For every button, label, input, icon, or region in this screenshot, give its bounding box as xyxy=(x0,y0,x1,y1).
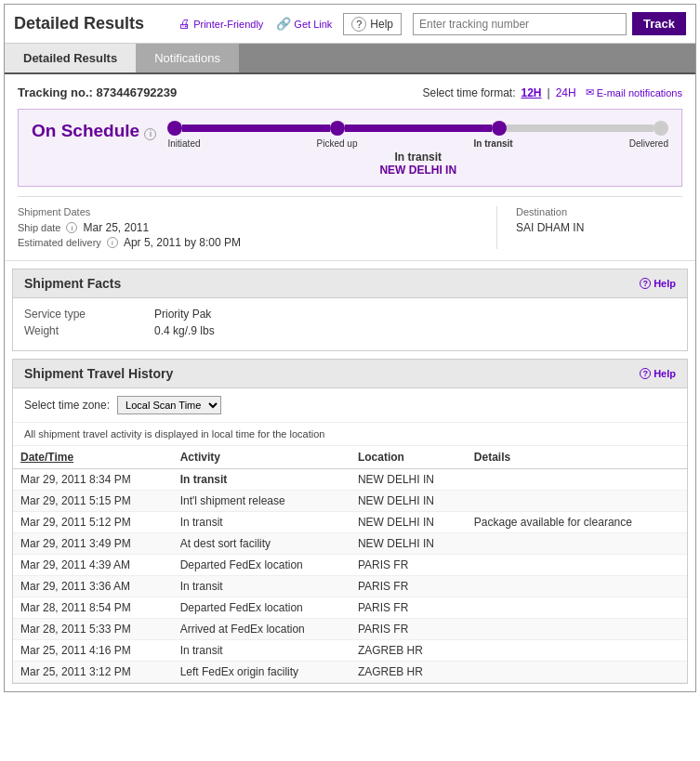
col-header-details: Details xyxy=(467,446,687,469)
col-header-location: Location xyxy=(350,446,467,469)
cell-activity: In transit xyxy=(173,640,350,662)
cell-details xyxy=(467,555,687,576)
step-dot-in-transit xyxy=(492,121,507,136)
cell-location: NEW DELHI IN xyxy=(350,512,467,533)
step-label-delivered: Delivered xyxy=(629,138,668,149)
cell-datetime: Mar 29, 2011 3:49 PM xyxy=(13,533,173,555)
cell-activity: In transit xyxy=(173,576,350,597)
step-label-initiated: Initiated xyxy=(167,138,200,149)
cell-datetime: Mar 25, 2011 4:16 PM xyxy=(13,640,173,662)
info-icon[interactable]: i xyxy=(144,128,156,140)
time-24h-link[interactable]: 24H xyxy=(556,86,576,99)
tracking-input[interactable] xyxy=(413,13,627,35)
table-row: Mar 28, 2011 5:33 PMArrived at FedEx loc… xyxy=(13,619,687,640)
cell-details xyxy=(467,576,687,597)
cell-location: ZAGREB HR xyxy=(350,640,467,662)
page-title: Detailed Results xyxy=(14,14,144,33)
cell-datetime: Mar 29, 2011 5:12 PM xyxy=(13,512,173,533)
time-12h-link[interactable]: 12H xyxy=(522,86,542,99)
help-icon-facts: ? xyxy=(640,278,651,289)
step-initiated xyxy=(167,121,182,136)
cell-datetime: Mar 28, 2011 8:54 PM xyxy=(13,597,173,619)
shipment-dates: Shipment Dates Ship date i Mar 25, 2011 … xyxy=(18,206,241,249)
printer-friendly-link[interactable]: 🖨 Printer-Friendly xyxy=(178,17,263,31)
table-row: Mar 25, 2011 3:12 PMLeft FedEx origin fa… xyxy=(13,662,687,683)
cell-location: NEW DELHI IN xyxy=(350,491,467,512)
cell-location: PARIS FR xyxy=(350,555,467,576)
cell-details xyxy=(467,640,687,662)
get-link-link[interactable]: 🔗 Get Link xyxy=(276,17,332,31)
table-row: Mar 29, 2011 5:15 PMInt'l shipment relea… xyxy=(13,491,687,512)
cell-datetime: Mar 28, 2011 5:33 PM xyxy=(13,619,173,640)
table-row: Mar 28, 2011 8:54 PMDeparted FedEx locat… xyxy=(13,597,687,619)
cell-datetime: Mar 29, 2011 4:39 AM xyxy=(13,555,173,576)
cell-datetime: Mar 29, 2011 5:15 PM xyxy=(13,491,173,512)
ship-date-info-icon[interactable]: i xyxy=(66,222,77,233)
table-row: Mar 29, 2011 5:12 PMIn transitNEW DELHI … xyxy=(13,512,687,533)
destination: Destination SAI DHAM IN xyxy=(496,206,682,249)
bar-2 xyxy=(345,125,492,132)
cell-location: ZAGREB HR xyxy=(350,662,467,683)
tab-notifications[interactable]: Notifications xyxy=(136,44,239,72)
step-label-picked-up: Picked up xyxy=(317,138,358,149)
table-row: Mar 29, 2011 3:36 AMIn transitPARIS FR xyxy=(13,576,687,597)
track-button[interactable]: Track xyxy=(632,12,686,35)
link-icon: 🔗 xyxy=(276,17,291,31)
email-notifications-link[interactable]: ✉ E-mail notifications xyxy=(586,86,682,98)
col-header-datetime: Date/Time xyxy=(13,446,173,469)
cell-details xyxy=(467,533,687,555)
tracking-number: Tracking no.: 873446792239 xyxy=(18,85,177,99)
cell-location: PARIS FR xyxy=(350,597,467,619)
help-question-icon: ? xyxy=(351,17,366,32)
step-dot-initiated xyxy=(167,121,182,136)
cell-activity: Int'l shipment release xyxy=(173,491,350,512)
tab-detailed-results[interactable]: Detailed Results xyxy=(5,44,136,72)
cell-details xyxy=(467,491,687,512)
table-row: Mar 29, 2011 4:39 AMDeparted FedEx locat… xyxy=(13,555,687,576)
cell-activity: In transit xyxy=(173,469,350,491)
shipment-facts-help-link[interactable]: ? Help xyxy=(640,278,676,289)
cell-activity: Departed FedEx location xyxy=(173,597,350,619)
step-dot-delivered xyxy=(654,121,668,136)
step-label-in-transit: In transit xyxy=(473,138,512,149)
fact-row-service-type: Service type Priority Pak xyxy=(24,308,676,321)
travel-history-header: Shipment Travel History ? Help xyxy=(13,360,687,388)
on-schedule-status: On Schedule i xyxy=(32,121,156,141)
shipment-facts-header: Shipment Facts ? Help xyxy=(13,269,687,298)
cell-location: NEW DELHI IN xyxy=(350,469,467,491)
cell-location: PARIS FR xyxy=(350,619,467,640)
cell-details xyxy=(467,469,687,491)
travel-history-help-link[interactable]: ? Help xyxy=(640,368,676,379)
timezone-select[interactable]: Local Scan Time xyxy=(117,396,221,414)
help-icon-travel: ? xyxy=(640,368,651,379)
cell-activity: At dest sort facility xyxy=(173,533,350,555)
cell-activity: Departed FedEx location xyxy=(173,555,350,576)
timezone-row: Select time zone: Local Scan Time xyxy=(13,388,687,423)
cell-activity: Left FedEx origin facility xyxy=(173,662,350,683)
history-table: Date/Time Activity Location Details Mar … xyxy=(13,446,687,683)
cell-details: Package available for clearance xyxy=(467,512,687,533)
bar-1 xyxy=(182,125,329,132)
time-format: Select time format: 12H | 24H xyxy=(422,86,575,99)
cell-datetime: Mar 29, 2011 8:34 PM xyxy=(13,469,173,491)
travel-history-section: Shipment Travel History ? Help Select ti… xyxy=(12,359,688,684)
cell-datetime: Mar 29, 2011 3:36 AM xyxy=(13,576,173,597)
tabs-row: Detailed Results Notifications xyxy=(5,44,695,74)
table-row: Mar 29, 2011 8:34 PMIn transitNEW DELHI … xyxy=(13,469,687,491)
fact-row-weight: Weight 0.4 kg/.9 lbs xyxy=(24,324,676,337)
step-picked-up xyxy=(330,121,345,136)
cell-details xyxy=(467,597,687,619)
facts-table: Service type Priority Pak Weight 0.4 kg/… xyxy=(13,298,687,350)
step-in-transit xyxy=(492,121,507,136)
cell-activity: Arrived at FedEx location xyxy=(173,619,350,640)
bar-3 xyxy=(507,125,654,132)
step-dot-picked-up xyxy=(330,121,345,136)
current-status: In transit NEW DELHI IN xyxy=(379,151,456,177)
printer-icon: 🖨 xyxy=(178,17,191,31)
cell-datetime: Mar 25, 2011 3:12 PM xyxy=(13,662,173,683)
email-icon: ✉ xyxy=(586,86,594,98)
cell-location: PARIS FR xyxy=(350,576,467,597)
cell-activity: In transit xyxy=(173,512,350,533)
est-delivery-info-icon[interactable]: i xyxy=(107,237,118,248)
col-header-activity: Activity xyxy=(173,446,350,469)
